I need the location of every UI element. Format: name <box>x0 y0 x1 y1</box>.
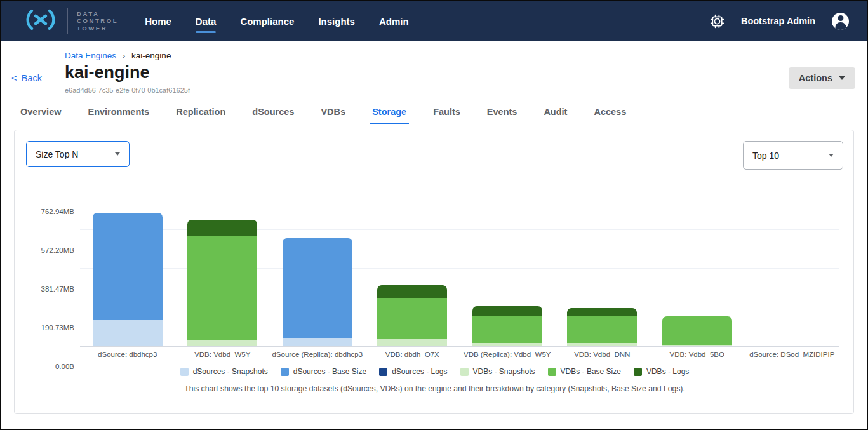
bar-3[interactable] <box>377 285 447 346</box>
x-category-label: VDB: Vdbd_DNN <box>555 351 650 358</box>
tab-vdbs[interactable]: VDBs <box>321 107 345 124</box>
tab-access[interactable]: Access <box>594 107 626 124</box>
tab-events[interactable]: Events <box>487 107 517 124</box>
chart-caption: This chart shows the top 10 storage data… <box>26 384 843 393</box>
chart-plot-area <box>80 191 839 346</box>
dct-logo-icon[interactable] <box>24 8 57 34</box>
tab-replication[interactable]: Replication <box>176 107 225 124</box>
bar-segment[interactable] <box>93 320 163 346</box>
storage-card: Size Top N Top 10 762.94MB572.20MB381.47… <box>14 130 854 414</box>
nav-item-home[interactable]: Home <box>145 12 171 30</box>
bar-slot <box>650 191 745 346</box>
bar-segment[interactable] <box>283 238 352 338</box>
bar-segment[interactable] <box>567 316 637 343</box>
bar-2[interactable] <box>283 238 352 346</box>
legend-item[interactable]: dSources - Base Size <box>281 367 366 376</box>
bar-slot <box>745 191 840 346</box>
bar-0[interactable] <box>93 213 163 346</box>
breadcrumb-current: kai-engine <box>131 51 171 60</box>
bar-5[interactable] <box>567 308 637 346</box>
nav-item-insights[interactable]: Insights <box>318 12 355 30</box>
legend-item[interactable]: VDBs - Logs <box>634 367 689 376</box>
page-header: < Back Data Engines › kai-engine kai-eng… <box>1 41 867 94</box>
top-nav-bar: DATA CONTROL TOWER HomeDataComplianceIns… <box>1 1 867 41</box>
app-window: DATA CONTROL TOWER HomeDataComplianceIns… <box>0 0 868 430</box>
actions-label: Actions <box>799 73 832 83</box>
bar-1[interactable] <box>187 220 257 346</box>
bar-segment[interactable] <box>187 236 257 340</box>
gridline <box>80 346 839 347</box>
bar-segment[interactable] <box>377 339 447 346</box>
top-n-select[interactable]: Top 10 <box>743 141 843 170</box>
legend-item[interactable]: dSources - Logs <box>379 367 447 376</box>
legend-label: dSources - Logs <box>392 367 447 376</box>
legend-swatch-icon <box>548 368 556 376</box>
bar-segment[interactable] <box>377 285 447 298</box>
user-avatar-icon[interactable] <box>832 13 849 30</box>
y-tick-label: 190.73MB <box>41 324 74 332</box>
legend-item[interactable]: VDBs - Base Size <box>548 367 621 376</box>
chevron-down-icon <box>839 76 845 80</box>
logo-divider <box>67 8 68 34</box>
x-category-label: VDB (Replica): Vdbd_W5Y <box>460 351 555 358</box>
legend-swatch-icon <box>281 368 289 376</box>
bar-segment[interactable] <box>93 213 163 321</box>
breadcrumb: Data Engines › kai-engine <box>65 51 867 60</box>
back-button[interactable]: < Back <box>11 72 42 83</box>
bar-segment[interactable] <box>472 343 542 346</box>
y-tick-label: 762.94MB <box>41 208 74 215</box>
legend-swatch-icon <box>379 368 387 376</box>
x-category-label: VDB: Vdbd_5BO <box>650 351 745 358</box>
nav-item-data[interactable]: Data <box>196 12 217 30</box>
x-category-label: VDB: Vdbd_W5Y <box>175 351 270 358</box>
x-labels-row: dSource: dbdhcp3VDB: Vdbd_W5YdSource (Re… <box>80 351 839 358</box>
legend-swatch-icon <box>634 368 642 376</box>
legend-item[interactable]: VDBs - Snapshots <box>460 367 535 376</box>
chevron-left-icon: < <box>11 72 17 83</box>
x-category-label: dSource (Replica): dbdhcp3 <box>270 351 365 358</box>
legend-item[interactable]: dSources - Snapshots <box>180 367 268 376</box>
bar-slot <box>80 191 175 346</box>
x-category-label: VDB: dbdh_O7X <box>365 351 460 358</box>
bar-segment[interactable] <box>567 308 637 316</box>
tab-dsources[interactable]: dSources <box>252 107 294 124</box>
engine-uuid: e6ad4d56-7c35-e2fe-0f70-0b1caf61625f <box>65 86 867 94</box>
y-tick-label: 572.20MB <box>41 246 74 254</box>
user-name[interactable]: Bootstrap Admin <box>741 16 815 26</box>
tab-environments[interactable]: Environments <box>88 107 150 124</box>
breadcrumb-separator: › <box>123 51 126 60</box>
bar-segment[interactable] <box>472 306 542 315</box>
bar-segment[interactable] <box>187 340 257 346</box>
bar-4[interactable] <box>472 306 542 346</box>
tab-overview[interactable]: Overview <box>20 107 62 124</box>
bar-slot <box>270 191 365 346</box>
bar-segment[interactable] <box>662 345 732 346</box>
tab-storage[interactable]: Storage <box>372 107 406 124</box>
x-category-label: dSource: DSod_MZIDIPIP <box>745 351 840 358</box>
bar-segment[interactable] <box>662 316 732 345</box>
bar-6[interactable] <box>662 316 732 346</box>
chart-y-labels: 762.94MB572.20MB381.47MB190.73MB0.00B <box>26 212 74 366</box>
back-label: Back <box>22 73 42 83</box>
breadcrumb-data-engines[interactable]: Data Engines <box>65 51 116 60</box>
tab-faults[interactable]: Faults <box>433 107 460 124</box>
page-title: kai-engine <box>65 63 867 83</box>
bar-segment[interactable] <box>472 316 542 344</box>
bar-segment[interactable] <box>283 338 352 346</box>
tab-audit[interactable]: Audit <box>544 107 567 124</box>
gear-icon[interactable] <box>710 14 724 29</box>
y-tick-label: 0.00B <box>55 363 74 370</box>
nav-item-admin[interactable]: Admin <box>379 12 409 30</box>
x-category-label: dSource: dbdhcp3 <box>80 351 175 358</box>
tab-bar: OverviewEnvironmentsReplicationdSourcesV… <box>1 94 867 124</box>
bar-slot <box>365 191 460 346</box>
bar-segment[interactable] <box>377 298 447 339</box>
bars-row <box>80 191 839 346</box>
metric-select[interactable]: Size Top N <box>26 141 130 167</box>
bar-segment[interactable] <box>567 343 637 346</box>
bar-segment[interactable] <box>187 220 257 236</box>
actions-button[interactable]: Actions <box>789 67 855 89</box>
nav-item-compliance[interactable]: Compliance <box>240 12 294 30</box>
y-tick-label: 381.47MB <box>41 285 74 293</box>
legend-swatch-icon <box>180 368 189 376</box>
